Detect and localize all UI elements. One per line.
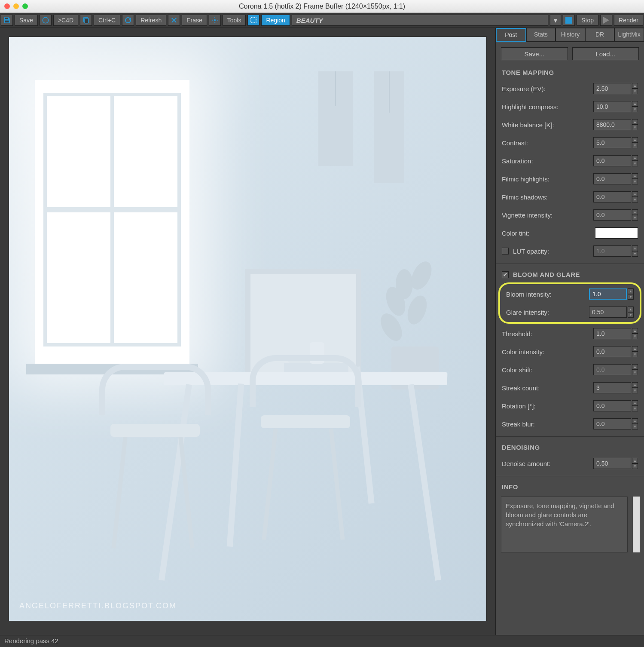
streak-count-input[interactable] [593, 382, 631, 393]
stop-button[interactable]: Stop [577, 15, 598, 26]
render-icon[interactable] [600, 15, 612, 26]
fshad-label: Filmic shadows: [502, 193, 593, 201]
side-panel: Post Stats History DR LightMix Save... L… [495, 28, 644, 635]
highlight-input[interactable] [593, 101, 631, 112]
region-button[interactable]: Region [261, 15, 290, 26]
svg-rect-4 [85, 18, 89, 23]
highlight-box: Bloom intensity:▲▼ Glare intensity:▲▼ [498, 282, 641, 324]
tools-button[interactable]: Tools [223, 15, 246, 26]
panel-tabs: Post Stats History DR LightMix [496, 28, 644, 42]
rotation-input[interactable] [593, 400, 631, 411]
refresh-icon[interactable] [122, 15, 134, 26]
lut-checkbox[interactable] [502, 248, 509, 255]
tint-label: Color tint: [502, 230, 595, 237]
bloom-intensity-label: Bloom intensity: [506, 291, 589, 298]
window-title: Corona 1.5 (hotfix 2) Frame Buffer (1240… [0, 3, 644, 10]
fshad-input[interactable] [593, 191, 631, 202]
exposure-input[interactable] [593, 83, 631, 94]
c4d-icon[interactable] [40, 15, 52, 26]
stop-icon[interactable] [563, 15, 575, 26]
vign-input[interactable] [593, 209, 631, 221]
spin-down-icon[interactable]: ▼ [632, 89, 638, 94]
load-preset-button[interactable]: Load... [572, 47, 639, 60]
toolbar: Save >C4D Ctrl+C Refresh Erase Tools Reg… [0, 13, 644, 28]
contrast-label: Contrast: [502, 139, 593, 147]
viewport[interactable]: ANGELOFERRETTI.BLOGSPOT.COM [0, 28, 495, 635]
glare-intensity-input[interactable] [589, 307, 627, 318]
color-shift-label: Color shift: [502, 366, 593, 374]
glare-intensity-label: Glare intensity: [506, 309, 589, 316]
copy-icon[interactable] [80, 15, 92, 26]
contrast-input[interactable] [593, 137, 631, 148]
info-text: Exposure, tone mapping, vignette and blo… [501, 497, 628, 552]
vign-label: Vignette intensity: [502, 212, 593, 219]
info-scrollbar[interactable] [633, 497, 640, 552]
svg-point-5 [214, 19, 216, 21]
pass-dropdown-icon[interactable]: ▾ [550, 15, 561, 26]
wb-input[interactable] [593, 119, 631, 130]
erase-button[interactable]: Erase [182, 15, 207, 26]
color-tint-swatch[interactable] [595, 227, 638, 239]
section-denoising: DENOISING [496, 440, 644, 454]
rotation-label: Rotation [°]: [502, 402, 593, 410]
color-intensity-input[interactable] [593, 346, 631, 357]
color-shift-input[interactable] [593, 364, 631, 375]
tab-dr[interactable]: DR [585, 28, 615, 42]
pass-selector[interactable]: BEAUTY [292, 15, 548, 26]
svg-rect-1 [5, 21, 9, 23]
render-button[interactable]: Render [614, 15, 643, 26]
threshold-label: Threshold: [502, 330, 593, 337]
lut-input[interactable] [593, 245, 631, 257]
tab-history[interactable]: History [555, 28, 585, 42]
lut-label: LUT opacity: [513, 248, 593, 255]
wb-label: White balance [K]: [502, 121, 593, 129]
render-preview: ANGELOFERRETTI.BLOGSPOT.COM [9, 37, 487, 621]
watermark: ANGELOFERRETTI.BLOGSPOT.COM [19, 601, 177, 610]
tools-icon[interactable] [209, 15, 221, 26]
tab-post[interactable]: Post [496, 28, 526, 42]
tab-lightmix[interactable]: LightMix [614, 28, 644, 42]
copy-button[interactable]: Ctrl+C [94, 15, 120, 26]
svg-rect-0 [5, 18, 8, 19]
threshold-input[interactable] [593, 328, 631, 339]
streak-blur-input[interactable] [593, 418, 631, 429]
streak-count-label: Streak count: [502, 384, 593, 392]
saturation-label: Saturation: [502, 157, 593, 165]
spin-up-icon[interactable]: ▲ [632, 83, 638, 89]
tab-stats[interactable]: Stats [526, 28, 556, 42]
denoise-input[interactable] [593, 458, 631, 469]
titlebar: Corona 1.5 (hotfix 2) Frame Buffer (1240… [0, 0, 644, 13]
refresh-button[interactable]: Refresh [136, 15, 166, 26]
status-bar: Rendering pass 42 [0, 635, 644, 647]
bloom-intensity-input[interactable] [589, 288, 627, 300]
bloom-checkbox[interactable]: ✔ [502, 271, 509, 278]
streak-blur-label: Streak blur: [502, 420, 593, 428]
section-bloom-glare: ✔BLOOM AND GLARE [496, 267, 644, 282]
save-preset-button[interactable]: Save... [501, 47, 568, 60]
svg-rect-6 [251, 18, 256, 23]
svg-point-2 [43, 17, 49, 23]
exposure-label: Exposure (EV): [502, 85, 593, 92]
fhigh-label: Filmic highlights: [502, 175, 593, 183]
save-icon[interactable] [1, 15, 13, 26]
color-intensity-label: Color intensity: [502, 348, 593, 356]
erase-icon[interactable] [168, 15, 180, 26]
denoise-label: Denoise amount: [502, 460, 593, 467]
highlight-label: Highlight compress: [502, 103, 593, 110]
section-info: INFO [496, 480, 644, 494]
fhigh-input[interactable] [593, 173, 631, 184]
section-tone-mapping: TONE MAPPING [496, 65, 644, 80]
c4d-button[interactable]: >C4D [53, 15, 78, 26]
saturation-input[interactable] [593, 155, 631, 166]
region-icon[interactable] [247, 15, 259, 26]
save-button[interactable]: Save [15, 15, 38, 26]
